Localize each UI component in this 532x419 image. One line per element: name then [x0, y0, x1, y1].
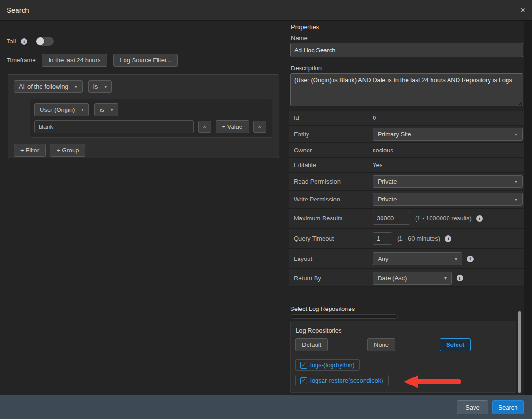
vertical-scrollbar[interactable] — [518, 311, 521, 393]
red-annotation-arrow-icon — [404, 375, 462, 388]
properties-heading: Properties — [291, 24, 319, 31]
dialog-footer: Save Search — [0, 395, 532, 419]
timeframe-row: Timeframe In the last 24 hours Log Sourc… — [7, 54, 178, 67]
remove-value-button[interactable]: × — [198, 121, 211, 133]
chevron-down-icon: ▾ — [444, 276, 447, 281]
description-label: Description — [291, 65, 322, 72]
field-dropdown[interactable]: User (Origin) ▾ — [34, 103, 89, 116]
chevron-down-icon: ▾ — [455, 256, 457, 261]
layout-dropdown[interactable]: Any ▾ — [373, 252, 462, 265]
owner-label: Owner — [289, 147, 373, 154]
repository-item-label: logs-(logrhythm) — [310, 361, 355, 369]
info-icon[interactable]: i — [445, 235, 451, 242]
maximum-results-label: Maximum Results — [289, 215, 373, 222]
filter-nested-group: User (Origin) ▾ is ▾ × + Value × — [30, 99, 272, 138]
id-value: 0 — [373, 114, 376, 121]
tail-label: Tail — [7, 38, 16, 45]
entity-dropdown[interactable]: Primary Site ▾ — [373, 128, 523, 141]
entity-label: Entity — [289, 131, 373, 138]
properties-table: Id 0 Entity Primary Site ▾ Owner secious… — [289, 111, 524, 287]
maximum-results-hint: (1 - 1000000 results) — [415, 215, 472, 222]
return-by-dropdown[interactable]: Date (Asc) ▾ — [373, 272, 452, 285]
row-entity: Entity Primary Site ▾ — [289, 126, 524, 143]
toggle-knob-icon — [36, 37, 44, 45]
id-label: Id — [289, 114, 373, 121]
row-query-timeout: Query Timeout (1 - 60 minutes) i — [289, 229, 524, 249]
repository-item-label: logsar-restore(secondlook) — [310, 377, 383, 384]
layout-label: Layout — [289, 255, 373, 262]
chevron-down-icon: ▾ — [515, 132, 517, 137]
chevron-down-icon: ▾ — [515, 179, 517, 184]
filter-value-row: × + Value × — [34, 120, 267, 133]
checkbox-checked-icon[interactable]: ✓ — [300, 362, 307, 369]
info-icon[interactable]: i — [21, 38, 27, 45]
description-input[interactable]: (User (Origin) is Blank) AND Date is In … — [290, 73, 523, 106]
chevron-down-icon: ▾ — [81, 107, 83, 112]
group-operator-dropdown[interactable]: All of the following ▾ — [14, 80, 83, 93]
query-timeout-label: Query Timeout — [289, 235, 373, 242]
horizontal-scrollbar[interactable] — [291, 314, 398, 319]
add-group-button[interactable]: + Group — [50, 144, 85, 157]
dialog-title: Search — [7, 6, 29, 14]
select-log-repositories-heading: Select Log Repositories — [290, 305, 355, 312]
right-gutter — [524, 21, 532, 395]
timeframe-button[interactable]: In the last 24 hours — [42, 54, 108, 67]
default-button[interactable]: Default — [295, 338, 328, 351]
row-return-by: Return By Date (Asc) ▾ i — [289, 269, 524, 287]
save-button[interactable]: Save — [457, 400, 488, 414]
filter-value-input[interactable] — [34, 120, 194, 133]
tail-row: Tail i — [7, 37, 54, 46]
repository-item[interactable]: ✓ logsar-restore(secondlook) — [295, 375, 389, 386]
row-editable: Editable Yes — [289, 158, 524, 173]
editable-label: Editable — [289, 161, 373, 168]
timeframe-label: Timeframe — [7, 57, 36, 64]
editable-value: Yes — [373, 161, 382, 168]
field-condition-dropdown[interactable]: is ▾ — [94, 103, 118, 116]
chevron-down-icon: ▾ — [515, 197, 517, 202]
close-icon[interactable]: × — [520, 6, 525, 15]
filter-actions-row: + Filter + Group — [14, 144, 273, 157]
search-button[interactable]: Search — [492, 400, 524, 414]
query-timeout-hint: (1 - 60 minutes) — [397, 235, 440, 242]
filter-group-row: All of the following ▾ is ▾ — [14, 80, 273, 93]
filter-field-row: User (Origin) ▾ is ▾ — [34, 103, 267, 116]
maximum-results-input[interactable] — [373, 212, 410, 225]
return-by-label: Return By — [289, 275, 373, 282]
info-icon[interactable]: i — [457, 275, 463, 281]
write-permission-label: Write Permission — [289, 196, 373, 203]
owner-value: secious — [373, 147, 393, 154]
arrow-head-icon — [404, 375, 418, 388]
add-filter-button[interactable]: + Filter — [14, 144, 46, 157]
filter-builder: All of the following ▾ is ▾ User (Origin… — [8, 74, 279, 158]
none-button[interactable]: None — [367, 338, 395, 351]
name-input[interactable] — [290, 43, 523, 57]
info-icon[interactable]: i — [467, 256, 474, 262]
row-read-permission: Read Permission Private ▾ — [289, 173, 524, 191]
arrow-shaft-icon — [418, 379, 461, 384]
checkbox-checked-icon[interactable]: ✓ — [300, 377, 307, 384]
name-label: Name — [291, 34, 308, 42]
add-value-button[interactable]: + Value — [216, 120, 249, 133]
row-id: Id 0 — [289, 111, 524, 126]
group-condition-dropdown[interactable]: is ▾ — [88, 80, 112, 93]
row-layout: Layout Any ▾ i — [289, 249, 524, 269]
log-repositories-label: Log Repositories — [296, 327, 342, 334]
log-repositories-box: Log Repositories Default None Select ✓ l… — [290, 321, 516, 393]
tail-toggle[interactable] — [36, 37, 54, 46]
chevron-down-icon: ▾ — [75, 84, 77, 89]
repository-item[interactable]: ✓ logs-(logrhythm) — [295, 359, 360, 371]
read-permission-label: Read Permission — [289, 178, 373, 185]
row-owner: Owner secious — [289, 143, 524, 158]
info-icon[interactable]: i — [476, 215, 483, 222]
chevron-down-icon: ▾ — [111, 107, 113, 112]
dialog-titlebar: Search × — [0, 0, 532, 21]
write-permission-dropdown[interactable]: Private ▾ — [373, 193, 523, 206]
row-maximum-results: Maximum Results (1 - 1000000 results) i — [289, 209, 524, 229]
log-source-filter-button[interactable]: Log Source Filter... — [113, 54, 178, 67]
chevron-down-icon: ▾ — [104, 84, 107, 89]
query-timeout-input[interactable] — [373, 232, 392, 245]
read-permission-dropdown[interactable]: Private ▾ — [373, 175, 523, 188]
row-write-permission: Write Permission Private ▾ — [289, 191, 524, 209]
select-button[interactable]: Select — [440, 338, 471, 351]
remove-filter-button[interactable]: × — [253, 121, 266, 133]
